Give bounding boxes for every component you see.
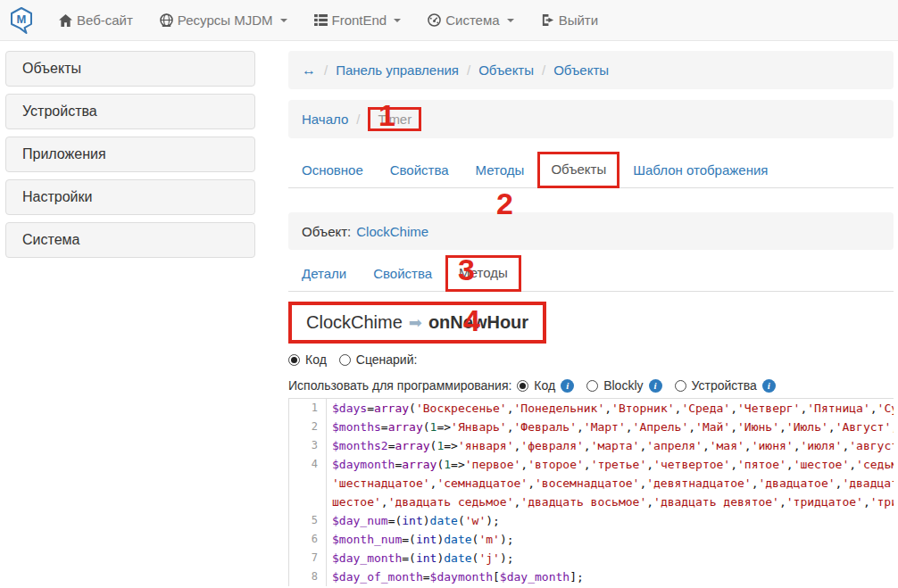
tab-display-template[interactable]: Шаблон отображения bbox=[619, 153, 781, 187]
tab-methods[interactable]: Методы bbox=[462, 153, 538, 187]
home-icon bbox=[59, 14, 72, 27]
breadcrumb-separator: / bbox=[356, 112, 360, 127]
breadcrumb-control-panel[interactable]: Панель управления bbox=[336, 62, 459, 78]
sidebar-item-objects[interactable]: Объекты bbox=[5, 51, 255, 87]
sidebar-item-devices[interactable]: Устройства bbox=[5, 94, 255, 129]
nav-logout[interactable]: Выйти bbox=[541, 12, 598, 28]
line-number: 1 bbox=[289, 399, 327, 418]
sidebar-item-applications[interactable]: Приложения bbox=[5, 137, 255, 172]
nav-website-label: Веб-сайт bbox=[77, 12, 133, 28]
sidebar-item-system[interactable]: Система bbox=[5, 222, 255, 258]
code-text: $day_of_month=$daymonth[$day_month]; bbox=[327, 567, 894, 586]
object-detail-tabs: Детали Свойства Методы bbox=[288, 255, 894, 292]
breadcrumb-objects-2[interactable]: Объекты bbox=[553, 62, 609, 78]
arrow-right-icon: ➡ bbox=[409, 314, 422, 332]
code-line: 6$month_num=(int)date('m'); bbox=[289, 530, 894, 549]
method-object-name: ClockChime bbox=[306, 312, 403, 332]
line-number: 6 bbox=[289, 530, 327, 549]
majordomo-logo[interactable]: M bbox=[9, 6, 34, 35]
main-content: ↔ / Панель управления / Объекты / Объект… bbox=[288, 40, 894, 586]
radio-prog-devices[interactable] bbox=[675, 380, 686, 392]
tab-label: Шаблон отображения bbox=[633, 162, 768, 178]
code-line: 5$day_num=(int)date('w'); bbox=[289, 511, 894, 530]
code-text: шестое','двадцать седьмое','двадцать вос… bbox=[327, 493, 894, 511]
code-line: 'шестнадцатое','семнадцатое','восемнадца… bbox=[289, 474, 894, 493]
breadcrumb-separator: / bbox=[542, 62, 545, 78]
nav-resources-label: Ресурсы MJDM bbox=[178, 12, 273, 28]
tab-label: Свойства bbox=[373, 266, 432, 281]
logo-hexagon-icon: M bbox=[9, 6, 34, 35]
annotation-1: 1 bbox=[378, 100, 395, 130]
chevron-down-icon bbox=[280, 19, 287, 22]
code-text: $day_num=(int)date('w'); bbox=[327, 511, 894, 530]
line-number bbox=[289, 474, 327, 493]
method-title: ClockChime➡onNewHour bbox=[288, 302, 546, 344]
code-line: 7$day_month=(int)date('j'); bbox=[289, 549, 894, 567]
nav-system-label: Система bbox=[445, 12, 499, 28]
code-mode-radios: Код Сценарий: bbox=[288, 352, 894, 367]
sidebar-item-label: Устройства bbox=[22, 104, 97, 120]
tab-objects[interactable]: Объекты bbox=[537, 152, 619, 188]
code-text: 'шестнадцатое','семнадцатое','восемнадца… bbox=[327, 474, 894, 493]
code-line: 4$daymonth=array(1=>'первое','второе','т… bbox=[289, 455, 894, 474]
radio-prog-code-label: Код bbox=[534, 378, 555, 393]
logout-icon bbox=[541, 13, 554, 27]
object-header-bar: Объект: ClockChime bbox=[288, 212, 894, 250]
code-text: $months=array(1=>'Январь','Февраль','Мар… bbox=[327, 418, 894, 436]
breadcrumb: ↔ / Панель управления / Объекты / Объект… bbox=[288, 51, 894, 89]
sidebar-item-label: Настройки bbox=[22, 189, 92, 205]
programming-label: Использовать для программирования: bbox=[288, 378, 511, 393]
code-text: $days=array('Воскресенье','Понедельник',… bbox=[327, 399, 894, 418]
tab-object-properties[interactable]: Свойства bbox=[360, 256, 445, 291]
sidebar-item-settings[interactable]: Настройки bbox=[5, 179, 255, 215]
nav-resources-mjdm[interactable]: Ресурсы MJDM bbox=[160, 12, 287, 28]
code-text: $months2=array(1=>'января','февраля','ма… bbox=[327, 436, 894, 455]
tab-label: Основное bbox=[302, 162, 363, 178]
radio-scenario-label: Сценарий: bbox=[356, 352, 418, 367]
nav-website[interactable]: Веб-сайт bbox=[59, 12, 133, 28]
code-text: $daymonth=array(1=>'первое','второе','тр… bbox=[327, 455, 894, 474]
tab-properties[interactable]: Свойства bbox=[377, 153, 462, 187]
tab-main[interactable]: Основное bbox=[288, 153, 377, 187]
line-number bbox=[289, 493, 327, 511]
breadcrumb-objects[interactable]: Объекты bbox=[478, 62, 534, 78]
code-line: 3$months2=array(1=>'января','февраля','м… bbox=[289, 436, 894, 455]
line-number: 5 bbox=[289, 511, 327, 530]
radio-code[interactable] bbox=[288, 354, 300, 366]
tab-label: Свойства bbox=[390, 162, 449, 178]
radio-prog-blockly[interactable] bbox=[586, 380, 598, 392]
code-editor[interactable]: 1$days=array('Воскресенье','Понедельник'… bbox=[288, 398, 894, 586]
nav-frontend-label: FrontEnd bbox=[332, 12, 387, 28]
object-path-root[interactable]: Начало bbox=[302, 112, 348, 127]
globe-icon bbox=[160, 13, 173, 27]
line-number: 3 bbox=[289, 436, 327, 455]
nav-system[interactable]: Система bbox=[428, 12, 513, 28]
nav-frontend[interactable]: FrontEnd bbox=[314, 12, 402, 28]
radio-scenario[interactable] bbox=[339, 354, 351, 366]
info-icon[interactable]: i bbox=[561, 379, 574, 393]
dashboard-icon bbox=[428, 13, 441, 27]
code-line: шестое','двадцать седьмое','двадцать вос… bbox=[289, 493, 894, 511]
swap-arrow-icon[interactable]: ↔ bbox=[302, 62, 316, 79]
info-icon[interactable]: i bbox=[762, 379, 776, 393]
list-icon bbox=[314, 14, 328, 26]
nav-logout-label: Выйти bbox=[559, 12, 598, 28]
code-line: 1$days=array('Воскресенье','Понедельник'… bbox=[289, 399, 894, 418]
tab-label: Детали bbox=[302, 266, 346, 281]
svg-text:M: M bbox=[17, 12, 27, 26]
tab-object-methods[interactable]: Методы bbox=[445, 255, 521, 292]
code-text: $month_num=(int)date('m'); bbox=[327, 530, 894, 549]
annotation-4: 4 bbox=[463, 305, 480, 335]
breadcrumb-separator: / bbox=[324, 62, 328, 78]
radio-prog-devices-label: Устройства bbox=[692, 378, 757, 393]
object-class-tabs: Основное Свойства Методы Объекты Шаблон … bbox=[288, 152, 894, 188]
radio-prog-code[interactable] bbox=[517, 380, 528, 392]
code-text: $day_month=(int)date('j'); bbox=[327, 549, 894, 567]
top-navbar: M Веб-сайт Ресурсы MJDM FrontEnd bbox=[0, 0, 898, 41]
line-number: 4 bbox=[289, 455, 327, 474]
info-icon[interactable]: i bbox=[649, 379, 662, 393]
tab-details[interactable]: Детали bbox=[288, 256, 360, 291]
sidebar-item-label: Объекты bbox=[22, 61, 81, 77]
line-number: 2 bbox=[289, 418, 327, 436]
object-name-link[interactable]: ClockChime bbox=[356, 224, 428, 239]
